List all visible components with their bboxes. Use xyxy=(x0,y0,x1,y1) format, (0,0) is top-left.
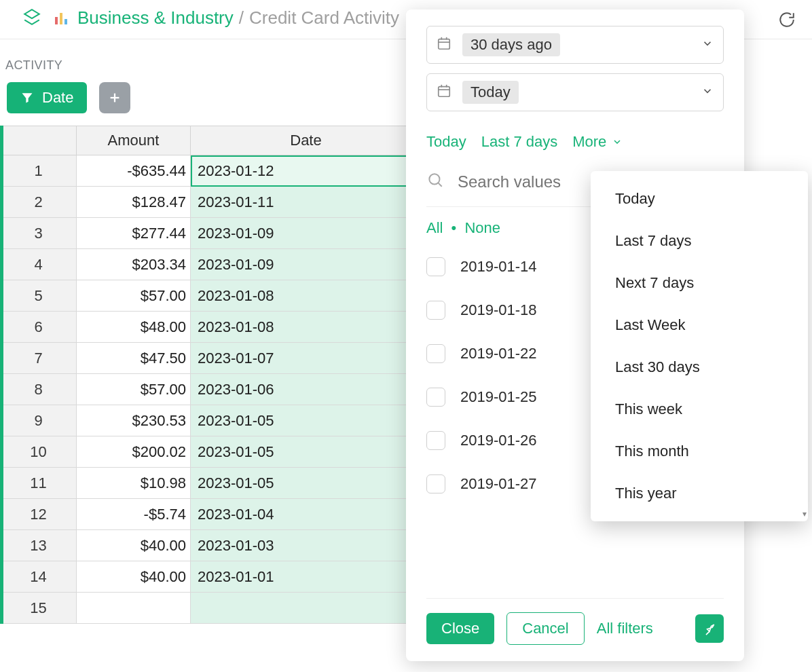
all-filters-link[interactable]: All filters xyxy=(597,620,653,637)
cell-date[interactable]: 2023-01-09 xyxy=(191,218,422,249)
cell-amount[interactable]: $10.98 xyxy=(77,468,191,499)
more-menu-item[interactable]: This month xyxy=(591,430,808,472)
row-number: 10 xyxy=(1,436,77,468)
cell-date[interactable]: 2023-01-04 xyxy=(191,499,422,530)
cell-date[interactable]: 2023-01-11 xyxy=(191,187,422,218)
checkbox[interactable] xyxy=(426,388,445,407)
more-menu-item[interactable]: Next 7 days xyxy=(591,262,808,304)
more-presets-menu: TodayLast 7 daysNext 7 daysLast WeekLast… xyxy=(591,171,808,521)
cell-amount[interactable]: $230.53 xyxy=(77,405,191,436)
table-row[interactable]: 7$47.502023-01-07 xyxy=(1,343,422,374)
row-number: 1 xyxy=(1,155,77,187)
svg-marker-0 xyxy=(24,10,39,18)
add-filter-button[interactable] xyxy=(99,82,130,113)
cell-date[interactable] xyxy=(191,593,422,624)
preset-more-button[interactable]: More xyxy=(572,133,623,151)
layers-icon[interactable] xyxy=(23,8,41,29)
value-label: 2019-01-27 xyxy=(460,475,537,493)
more-menu-item[interactable]: Last 7 days xyxy=(591,220,808,262)
cell-amount[interactable]: $47.50 xyxy=(77,343,191,374)
table-row[interactable]: 11$10.982023-01-05 xyxy=(1,468,422,499)
cell-date[interactable]: 2023-01-08 xyxy=(191,280,422,312)
close-button[interactable]: Close xyxy=(426,613,494,644)
checkbox[interactable] xyxy=(426,257,445,276)
cell-date[interactable]: 2023-01-05 xyxy=(191,405,422,436)
cell-amount[interactable]: $277.44 xyxy=(77,218,191,249)
cell-amount[interactable]: -$635.44 xyxy=(77,155,191,187)
table-row[interactable]: 3$277.442023-01-09 xyxy=(1,218,422,249)
cell-amount[interactable]: $57.00 xyxy=(77,280,191,312)
table-row[interactable]: 12-$5.742023-01-04 xyxy=(1,499,422,530)
svg-rect-1 xyxy=(55,17,58,24)
cell-amount[interactable]: $40.00 xyxy=(77,530,191,561)
svg-line-15 xyxy=(438,183,441,186)
cell-date[interactable]: 2023-01-12 xyxy=(191,155,422,187)
preset-today[interactable]: Today xyxy=(426,133,466,151)
col-header-date[interactable]: Date xyxy=(191,126,422,155)
row-number: 15 xyxy=(1,593,77,624)
svg-rect-2 xyxy=(60,13,62,24)
row-number: 7 xyxy=(1,343,77,374)
cell-date[interactable]: 2023-01-08 xyxy=(191,312,422,343)
table-row[interactable]: 9$230.532023-01-05 xyxy=(1,405,422,436)
reload-icon[interactable] xyxy=(778,11,796,31)
row-number: 11 xyxy=(1,468,77,499)
more-menu-item[interactable]: This week xyxy=(591,388,808,430)
table-row[interactable]: 10$200.022023-01-05 xyxy=(1,436,422,468)
cell-date[interactable]: 2023-01-07 xyxy=(191,343,422,374)
more-menu-item[interactable]: This year xyxy=(591,472,808,515)
breadcrumb-parent[interactable]: Business & Industry xyxy=(77,7,234,29)
preset-last-7-days[interactable]: Last 7 days xyxy=(481,133,558,151)
cell-amount[interactable]: $200.02 xyxy=(77,436,191,468)
more-menu-item[interactable]: Last 30 days xyxy=(591,346,808,388)
col-header-amount[interactable]: Amount xyxy=(77,126,191,155)
svg-rect-3 xyxy=(64,19,67,24)
table-row[interactable]: 4$203.342023-01-09 xyxy=(1,249,422,280)
plus-icon xyxy=(107,90,122,105)
checkbox[interactable] xyxy=(426,301,445,320)
filter-chip-date[interactable]: Date xyxy=(7,82,87,113)
pin-button[interactable] xyxy=(695,614,724,643)
cell-date[interactable]: 2023-01-06 xyxy=(191,374,422,405)
cell-amount[interactable]: -$5.74 xyxy=(77,499,191,530)
more-menu-item[interactable]: Last Week xyxy=(591,304,808,346)
cell-date[interactable]: 2023-01-05 xyxy=(191,436,422,468)
table-row[interactable]: 1-$635.442023-01-12 xyxy=(1,155,422,187)
more-menu-item[interactable]: Today xyxy=(591,178,808,220)
checkbox[interactable] xyxy=(426,431,445,450)
cell-amount[interactable] xyxy=(77,593,191,624)
value-label: 2019-01-26 xyxy=(460,432,537,449)
cell-date[interactable]: 2023-01-01 xyxy=(191,561,422,593)
rowheader-corner xyxy=(1,126,77,155)
table-row[interactable]: 8$57.002023-01-06 xyxy=(1,374,422,405)
value-label: 2019-01-14 xyxy=(460,258,537,276)
table-row[interactable]: 5$57.002023-01-08 xyxy=(1,280,422,312)
cell-amount[interactable]: $48.00 xyxy=(77,312,191,343)
table-row[interactable]: 13$40.002023-01-03 xyxy=(1,530,422,561)
cell-amount[interactable]: $40.00 xyxy=(77,561,191,593)
cell-date[interactable]: 2023-01-09 xyxy=(191,249,422,280)
table-row[interactable]: 6$48.002023-01-08 xyxy=(1,312,422,343)
chart-icon xyxy=(53,10,69,26)
range-from-picker[interactable]: 30 days ago xyxy=(426,26,724,64)
row-number: 6 xyxy=(1,312,77,343)
cell-amount[interactable]: $128.47 xyxy=(77,187,191,218)
cell-amount[interactable]: $57.00 xyxy=(77,374,191,405)
cancel-button[interactable]: Cancel xyxy=(506,612,584,645)
range-to-picker[interactable]: Today xyxy=(426,73,724,111)
checkbox[interactable] xyxy=(426,474,445,493)
cell-date[interactable]: 2023-01-05 xyxy=(191,468,422,499)
svg-point-14 xyxy=(429,174,439,184)
select-all-link[interactable]: All xyxy=(426,219,443,236)
row-number: 14 xyxy=(1,561,77,593)
search-icon xyxy=(426,171,444,193)
cell-date[interactable]: 2023-01-03 xyxy=(191,530,422,561)
table-row[interactable]: 2$128.472023-01-11 xyxy=(1,187,422,218)
cell-amount[interactable]: $203.34 xyxy=(77,249,191,280)
table-row[interactable]: 14$40.002023-01-01 xyxy=(1,561,422,593)
calendar-icon xyxy=(437,83,451,101)
table-row[interactable]: 15 xyxy=(1,593,422,624)
range-from-value: 30 days ago xyxy=(462,33,560,56)
checkbox[interactable] xyxy=(426,344,445,363)
select-none-link[interactable]: None xyxy=(464,219,500,236)
